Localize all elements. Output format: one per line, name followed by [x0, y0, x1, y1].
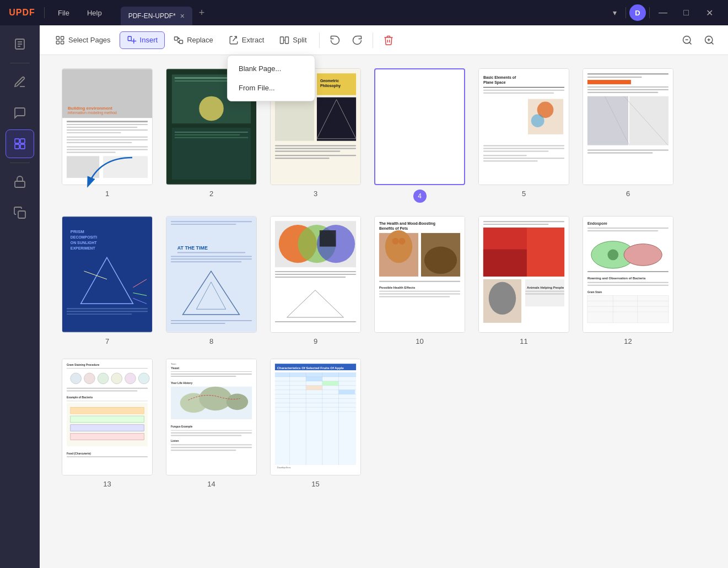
- svg-rect-42: [67, 152, 116, 153]
- page-thumb-9[interactable]: [270, 216, 361, 333]
- page-thumb-7[interactable]: PRISM DECOMPOSITI ON SUNLIGHT EXPERIMENT: [62, 216, 153, 333]
- replace-btn[interactable]: Replace: [167, 32, 220, 48]
- maximize-btn[interactable]: □: [676, 3, 696, 23]
- svg-rect-71: [483, 87, 564, 88]
- page-thumb-6[interactable]: [583, 68, 673, 185]
- page-thumb-1[interactable]: Building environment information modelin…: [62, 68, 153, 185]
- svg-rect-78: [483, 148, 564, 149]
- svg-text:Characteristics Of Selected Fr: Characteristics Of Selected Fruits Of Ap…: [277, 366, 344, 370]
- svg-point-179: [71, 373, 82, 384]
- svg-point-136: [385, 230, 412, 263]
- select-pages-btn[interactable]: Select Pages: [48, 32, 117, 48]
- svg-rect-168: [587, 285, 668, 286]
- svg-rect-119: [171, 320, 252, 321]
- page-thumb-11[interactable]: Animals Helping People: [478, 216, 569, 333]
- svg-rect-147: [483, 221, 564, 222]
- page-item-1[interactable]: Building environment information modelin…: [62, 68, 153, 203]
- page-item-13[interactable]: Gram Staining Procedure Example of Bacte…: [62, 359, 153, 488]
- svg-point-140: [424, 247, 457, 274]
- page-thumb-15[interactable]: Characteristics Of Selected Fruits Of Ap…: [270, 359, 361, 475]
- svg-text:Geometric: Geometric: [320, 79, 339, 83]
- svg-text:Building environment: Building environment: [68, 106, 112, 111]
- minimize-btn[interactable]: —: [653, 3, 673, 23]
- svg-point-181: [98, 373, 109, 384]
- page-item-5[interactable]: Basic Elements of Plane Space: [478, 68, 569, 203]
- svg-rect-212: [171, 444, 252, 445]
- page-item-11[interactable]: Animals Helping People 11: [478, 216, 569, 345]
- svg-rect-46: [103, 156, 148, 178]
- page-item-12[interactable]: Endospore Rowning and Observation of Bac…: [583, 216, 673, 345]
- svg-rect-91: [629, 96, 668, 145]
- chevron-down-icon[interactable]: ▾: [607, 5, 622, 20]
- svg-rect-213: [171, 447, 252, 448]
- svg-rect-188: [67, 401, 148, 401]
- page-num-badge-4: 4: [413, 190, 427, 203]
- svg-rect-200: [171, 374, 252, 375]
- extract-icon: [229, 35, 239, 45]
- page-num-5: 5: [522, 190, 526, 198]
- tab-close-btn[interactable]: ×: [180, 12, 185, 20]
- menu-help[interactable]: Help: [78, 0, 111, 25]
- insert-dropdown: Blank Page... From File...: [227, 55, 315, 101]
- page-thumb-13[interactable]: Gram Staining Procedure Example of Bacte…: [62, 359, 153, 475]
- sidebar-item-security[interactable]: [6, 167, 34, 196]
- svg-rect-49: [172, 128, 251, 180]
- page-thumb-5[interactable]: Basic Elements of Plane Space: [478, 68, 569, 185]
- title-divider3: [649, 7, 650, 18]
- svg-rect-165: [587, 271, 668, 272]
- page-item-15[interactable]: Characteristics Of Selected Fruits Of Ap…: [270, 359, 361, 488]
- insert-btn[interactable]: Insert: [120, 31, 165, 49]
- svg-point-180: [84, 373, 95, 384]
- sidebar-item-edit[interactable]: [6, 68, 34, 96]
- blank-page-option[interactable]: Blank Page...: [228, 59, 315, 78]
- svg-text:information modeling method: information modeling method: [68, 111, 117, 115]
- page-thumb-12[interactable]: Endospore Rowning and Observation of Bac…: [583, 216, 673, 333]
- page-num-15: 15: [311, 480, 319, 488]
- zoom-out-btn[interactable]: [677, 30, 697, 50]
- page-thumb-8[interactable]: AT THE TIME: [166, 216, 257, 333]
- svg-rect-7: [20, 144, 25, 149]
- svg-rect-144: [379, 294, 460, 295]
- menu-file[interactable]: File: [49, 0, 78, 25]
- page-item-6[interactable]: 6: [583, 68, 673, 203]
- sidebar-item-annotate[interactable]: [6, 99, 34, 127]
- svg-rect-8: [15, 181, 25, 187]
- page-item-10[interactable]: The Health and Mood-Boosting Benefits of…: [374, 216, 465, 345]
- svg-rect-65: [275, 150, 341, 152]
- titlebar-right: ▾ D — □ ✕: [607, 3, 728, 23]
- zoom-in-btn[interactable]: [699, 30, 719, 50]
- page-item-8[interactable]: AT THE TIME 8: [166, 216, 257, 345]
- svg-rect-201: [171, 376, 236, 377]
- tab-area: PDF-EN-UPDF* × +: [115, 0, 607, 25]
- svg-text:Example of Bacteria: Example of Bacteria: [67, 396, 93, 399]
- from-file-option[interactable]: From File...: [228, 78, 315, 98]
- svg-rect-66: [275, 155, 356, 156]
- extract-btn[interactable]: Extract: [222, 32, 271, 48]
- select-pages-icon: [55, 35, 65, 45]
- rotate-left-btn[interactable]: [325, 30, 345, 50]
- sidebar-item-organize[interactable]: [6, 129, 34, 158]
- page-thumb-14[interactable]: Team Yeast Your Life History Fungu: [166, 359, 257, 475]
- tab-add-btn[interactable]: +: [195, 6, 209, 20]
- svg-text:PRISM: PRISM: [71, 229, 84, 234]
- delete-btn[interactable]: [379, 30, 398, 50]
- replace-icon: [174, 35, 184, 45]
- close-btn[interactable]: ✕: [699, 3, 719, 23]
- page-item-7[interactable]: PRISM DECOMPOSITI ON SUNLIGHT EXPERIMENT: [62, 216, 153, 345]
- page-thumb-10[interactable]: The Health and Mood-Boosting Benefits of…: [374, 216, 465, 333]
- svg-point-76: [531, 114, 544, 127]
- sidebar-item-copy[interactable]: [6, 198, 34, 227]
- page-item-9[interactable]: 9: [270, 216, 361, 345]
- rotate-right-btn[interactable]: [347, 30, 367, 50]
- avatar[interactable]: D: [629, 4, 646, 21]
- svg-rect-185: [67, 388, 148, 389]
- page-item-14[interactable]: Team Yeast Your Life History Fungu: [166, 359, 257, 488]
- sidebar-item-read[interactable]: [6, 30, 34, 58]
- split-btn[interactable]: Split: [273, 32, 313, 48]
- app-logo[interactable]: UPDF: [0, 0, 44, 25]
- current-tab[interactable]: PDF-EN-UPDF* ×: [121, 7, 192, 25]
- page-thumb-4[interactable]: [374, 68, 465, 185]
- page-num-7: 7: [105, 337, 109, 345]
- page-item-4[interactable]: 4: [374, 68, 465, 203]
- svg-rect-209: [171, 432, 252, 434]
